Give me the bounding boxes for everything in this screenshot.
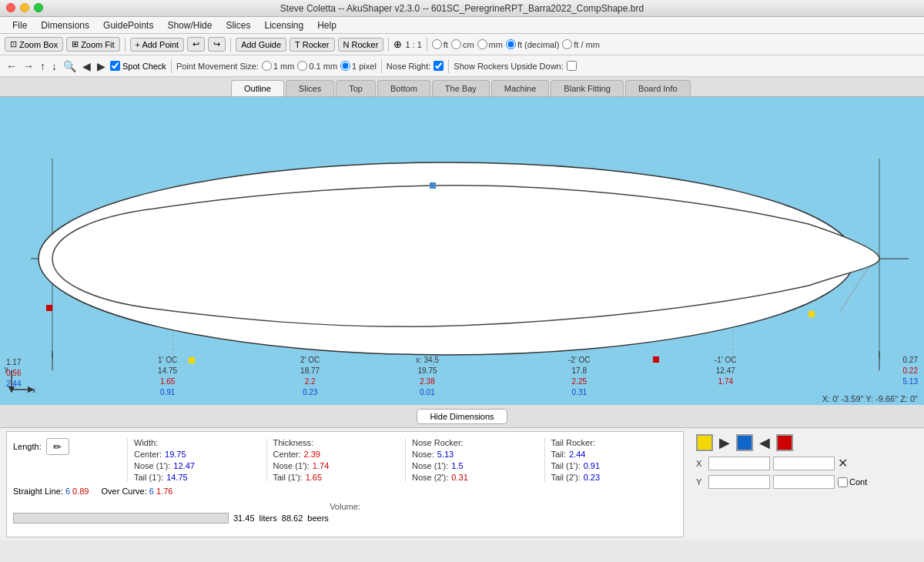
arrow-right-button[interactable]: → (22, 60, 35, 72)
color-controls-row: ▶ ◀ (696, 434, 884, 451)
show-rockers-label: Show Rockers Upside Down: (454, 62, 563, 71)
tab-bottom[interactable]: Bottom (377, 80, 430, 96)
dim-label-m1oc: -1' OC 12.47 1.74 (715, 355, 737, 387)
t-rocker-button[interactable]: T Rocker (290, 38, 334, 52)
move-1px-label[interactable]: 1 pixel (340, 61, 377, 71)
unit-ft-mm-label[interactable]: ft / mm (562, 39, 600, 49)
yellow-swatch[interactable] (696, 434, 713, 451)
unit-ft-decimal-radio[interactable] (506, 39, 516, 49)
movement-label: Point Movement Size: (176, 62, 259, 71)
add-guide-button[interactable]: Add Guide (236, 38, 286, 52)
nav-prev-button[interactable]: ◀ (81, 60, 92, 72)
x-coord-input[interactable] (708, 457, 770, 470)
menu-item-dimensions[interactable]: Dimensions (35, 18, 95, 32)
window-title: Steve Coletta -- AkuShaper v2.3.0 -- 601… (280, 3, 644, 14)
menu-item-help[interactable]: Help (311, 18, 343, 32)
length-edit-button[interactable]: ✏ (46, 438, 69, 455)
unit-ft-label[interactable]: ft (432, 39, 448, 49)
tab-the-bay[interactable]: The Bay (432, 80, 490, 96)
close-button[interactable] (6, 3, 15, 12)
menu-item-guidepoints[interactable]: GuidePoints (97, 18, 159, 32)
zoom-fit-button[interactable]: ⊞ Zoom Fit (66, 37, 119, 52)
tab-board-info[interactable]: Board Info (625, 80, 691, 96)
nose-nose-label: Nose: (412, 450, 434, 459)
width-center-value: 19.75 (165, 450, 186, 459)
zoom-box-button[interactable]: ⊡ Zoom Box (5, 37, 63, 52)
nose-right-checkbox[interactable] (434, 61, 444, 71)
divider6 (381, 59, 382, 73)
menu-item-slices[interactable]: Slices (219, 18, 256, 32)
unit-mm-radio[interactable] (477, 39, 487, 49)
undo-button[interactable]: ↩ (187, 37, 205, 52)
tail-tail1-label: Tail (1'): (551, 461, 581, 470)
unit-ft-radio[interactable] (432, 39, 442, 49)
show-rockers-checkbox[interactable] (567, 61, 577, 71)
blue-swatch[interactable] (736, 434, 753, 451)
thick-tail1-label: Tail (1'): (273, 473, 303, 482)
cont-checkbox[interactable] (838, 477, 848, 487)
nav-next-button[interactable]: ▶ (95, 60, 107, 72)
unit-ft-decimal-label[interactable]: ft (decimal) (506, 39, 559, 49)
y-coord-input2[interactable] (773, 475, 835, 489)
arrow-left-button[interactable]: ← (5, 60, 18, 72)
nose-nose1-label: Nose (1'): (412, 461, 448, 470)
menu-item-licensing[interactable]: Licensing (258, 18, 310, 32)
tab-slices[interactable]: Slices (286, 80, 334, 96)
menu-item-file[interactable]: File (6, 18, 33, 32)
move-1mm-radio[interactable] (262, 61, 272, 71)
tab-top[interactable]: Top (336, 80, 376, 96)
nav-next-arrow[interactable]: ▶ (719, 434, 730, 451)
red-swatch[interactable] (776, 434, 793, 451)
tabbar: OutlineSlicesTopBottomThe BayMachineBlan… (0, 77, 924, 97)
minimize-button[interactable] (20, 3, 29, 12)
x-coord-input2[interactable] (773, 457, 835, 470)
tail-tail-value: 2.44 (569, 450, 585, 459)
spot-check-checkbox[interactable] (110, 61, 120, 71)
width-label: Width: (134, 438, 260, 447)
cont-label: Cont (849, 477, 867, 487)
nose-nose2-label: Nose (2'): (412, 473, 448, 482)
hide-dimensions-button[interactable]: Hide Dimensions (417, 409, 507, 424)
maximize-button[interactable] (34, 3, 43, 12)
tab-blank-fitting[interactable]: Blank Fitting (551, 80, 624, 96)
unit-ft-mm-radio[interactable] (562, 39, 572, 49)
thick-nose1-value: 1.74 (313, 461, 329, 470)
unit-mm-label[interactable]: mm (477, 39, 503, 49)
thick-nose1-label: Nose (1'): (273, 461, 310, 470)
menu-item-show/hide[interactable]: Show/Hide (161, 18, 218, 32)
y-coord-input[interactable] (708, 475, 770, 489)
titlebar: Steve Coletta -- AkuShaper v2.3.0 -- 601… (0, 0, 924, 17)
y-coord-row: Y Cont (696, 475, 884, 489)
tab-outline[interactable]: Outline (231, 80, 284, 96)
redo-button[interactable]: ↪ (208, 37, 226, 52)
move-01mm-label[interactable]: 0.1 mm (297, 61, 337, 71)
width-center-label: Center: (134, 450, 162, 459)
move-1mm-label[interactable]: 1 mm (262, 61, 295, 71)
zoom-out-button[interactable]: 🔍 (62, 60, 78, 72)
nav-prev-arrow[interactable]: ◀ (759, 434, 770, 451)
volume-beers-value: 88.62 (282, 513, 303, 523)
unit-cm-label[interactable]: cm (451, 39, 474, 49)
move-1px-radio[interactable] (340, 61, 350, 71)
toolbar1: ⊡ Zoom Box ⊞ Zoom Fit + Add Point ↩ ↪ Ad… (0, 34, 924, 55)
unit-cm-radio[interactable] (451, 39, 461, 49)
arrow-down-button[interactable]: ↓ (50, 60, 59, 72)
tail-tail2-value: 0.23 (584, 473, 600, 482)
close-button-x[interactable]: ✕ (838, 456, 848, 470)
thickness-label: Thickness: (273, 438, 400, 447)
right-controls: ▶ ◀ X ✕ Y Cont (690, 428, 890, 540)
volume-beers-label: beers (307, 513, 329, 523)
thick-center-label: Center: (273, 450, 301, 459)
canvas-area[interactable]: x y 1.17 0.56 2.44 1' OC 14.75 1.65 0.91… (0, 97, 924, 405)
nose-nose2-value: 0.31 (451, 473, 467, 482)
cont-label-container[interactable]: Cont (838, 477, 867, 487)
add-point-button[interactable]: + Add Point (130, 38, 185, 52)
nose-rocker-label: Nose Rocker: (412, 438, 538, 447)
svg-text:x: x (32, 386, 36, 394)
move-01mm-radio[interactable] (297, 61, 307, 71)
menubar: FileDimensionsGuidePointsShow/HideSlices… (0, 17, 924, 34)
tab-machine[interactable]: Machine (491, 80, 550, 96)
n-rocker-button[interactable]: N Rocker (338, 38, 384, 52)
arrow-up-button[interactable]: ↑ (38, 60, 47, 72)
bottom-content: Length: ✏ Width: Center:19.75 Nose (1'):… (0, 428, 924, 540)
